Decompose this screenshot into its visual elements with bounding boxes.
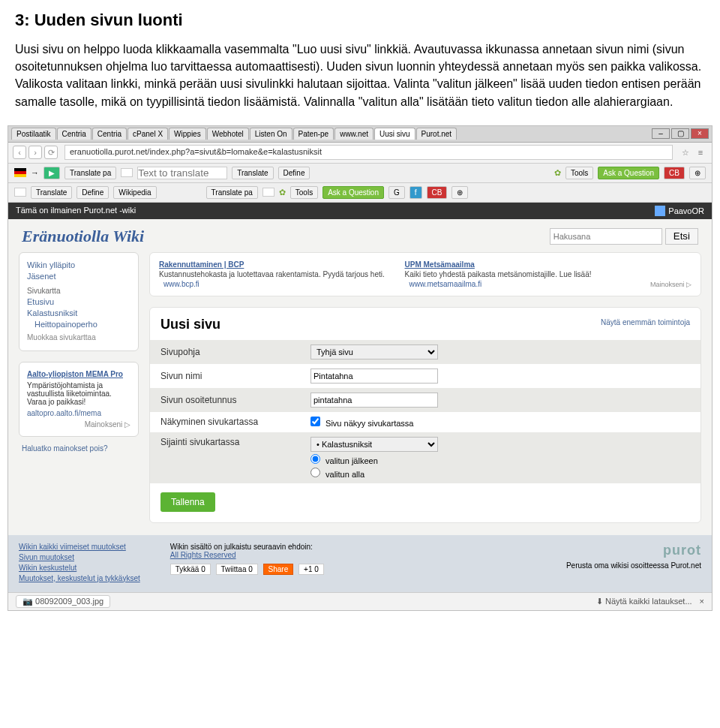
sidebar-item-kalastusniksit[interactable]: Kalastusniksit xyxy=(27,308,130,317)
tweet-button[interactable]: Twiittaa 0 xyxy=(216,564,258,575)
pagename-input[interactable] xyxy=(310,369,438,384)
tools2-button[interactable]: Tools xyxy=(290,186,318,199)
ad1-url[interactable]: www.bcp.fi xyxy=(164,280,389,288)
bookmark-icon[interactable]: ☆ xyxy=(682,148,689,158)
flag-fi2-icon[interactable] xyxy=(14,188,26,197)
search-button[interactable]: Etsi xyxy=(665,228,698,245)
sidebar-ad-text: Ympäristöjohtamista ja vastuullista liik… xyxy=(27,381,130,406)
location-select[interactable]: • Kalastusniksit xyxy=(310,437,438,452)
footer-link-2[interactable]: Sivun muutokset xyxy=(19,553,140,561)
cb-icon[interactable]: CB xyxy=(664,167,685,179)
sidebar-item-etusivu[interactable]: Etusivu xyxy=(27,297,130,306)
sidebar-item-heittopainoperho[interactable]: Heittopainoperho xyxy=(34,320,130,329)
plusone-button[interactable]: +1 0 xyxy=(298,564,324,575)
slug-input[interactable] xyxy=(310,393,438,408)
user-link[interactable]: PaavoOR xyxy=(668,206,704,215)
toolbar-row-2: Translate Define Wikipedia Translate pa … xyxy=(8,183,712,203)
fb-icon[interactable]: f xyxy=(410,186,422,199)
play-button[interactable]: ▶ xyxy=(44,167,60,179)
tab-10[interactable]: Purot.net xyxy=(416,128,458,140)
define-button[interactable]: Define xyxy=(278,167,310,179)
like-button[interactable]: Tykkää 0 xyxy=(170,564,211,575)
radio-under[interactable] xyxy=(310,468,320,477)
wikipedia-button[interactable]: Wikipedia xyxy=(113,186,156,199)
cb2-icon[interactable]: CB xyxy=(427,186,448,199)
tools-button[interactable]: Tools xyxy=(566,167,593,179)
footer-start-text[interactable]: Perusta oma wikisi osoitteessa Purot.net xyxy=(566,561,701,570)
text-to-translate-input[interactable] xyxy=(137,167,227,179)
footer-pub-link[interactable]: All Rights Reserved xyxy=(170,551,327,559)
translate2-button[interactable]: Translate xyxy=(31,186,72,199)
download-file[interactable]: 📷 08092009_003.jpg xyxy=(16,595,110,608)
browser-window: Postilaatik Centria Centria cPanel X Wip… xyxy=(8,125,712,611)
tab-3[interactable]: cPanel X xyxy=(128,128,168,140)
visibility-checkbox[interactable] xyxy=(310,417,320,426)
menu-icon[interactable]: ≡ xyxy=(694,148,707,157)
show-more-link[interactable]: Näytä enemmän toimintoja xyxy=(601,318,690,326)
url-field[interactable]: eranuotiolla.purot.net/index.php?a=sivut… xyxy=(64,145,673,160)
show-all-downloads[interactable]: ⬇ Näytä kaikki lataukset... xyxy=(596,597,692,606)
save-button[interactable]: Tallenna xyxy=(160,492,215,512)
visibility-checkbox-label: Sivu näkyy sivukartassa xyxy=(326,419,413,428)
slug-label: Sivun osoitetunnus xyxy=(160,395,310,405)
sidebar-ad-url[interactable]: aaltopro.aalto.fi/mema xyxy=(27,409,130,417)
flag-de-icon[interactable] xyxy=(14,168,26,177)
purot-logo: purot xyxy=(566,543,701,558)
ads-marker[interactable]: Mainokseni ▷ xyxy=(650,281,692,288)
reload-icon[interactable]: ⟳ xyxy=(44,146,58,159)
gear-icon[interactable]: ✿ xyxy=(554,168,561,178)
close-icon[interactable]: × xyxy=(691,128,709,139)
ask-question-button[interactable]: Ask a Question xyxy=(598,167,659,179)
footer-link-1[interactable]: Wikin kaikki viimeiset muutokset xyxy=(19,543,140,551)
gear2-icon[interactable]: ✿ xyxy=(279,188,286,197)
sidebar-edit-sitemap[interactable]: Muokkaa sivukarttaa xyxy=(27,333,130,341)
flag-fi3-icon[interactable] xyxy=(262,188,274,197)
sidebar-members-link[interactable]: Jäsenet xyxy=(27,272,130,281)
flag-fi-icon[interactable] xyxy=(121,168,133,177)
translate-to-select[interactable]: Translate pa xyxy=(206,186,258,199)
arrow-icon: → xyxy=(31,168,39,177)
tab-9[interactable]: Uusi sivu xyxy=(374,128,416,140)
wiki-title: Eränuotiolla Wiki xyxy=(22,227,144,246)
tab-2[interactable]: Centria xyxy=(92,128,127,140)
define2-button[interactable]: Define xyxy=(76,186,109,199)
footer-link-3[interactable]: Wikin keskustelut xyxy=(19,564,140,572)
pagename-label: Sivun nimi xyxy=(160,371,310,381)
share-button[interactable]: Share xyxy=(263,564,294,575)
tab-8[interactable]: www.net xyxy=(334,128,374,140)
toolbar-row-1: → ▶ Translate pa Translate Define ✿ Tool… xyxy=(8,164,712,183)
user-avatar-icon[interactable] xyxy=(655,206,665,216)
ad1-text: Kustannustehokasta ja luotettavaa rakent… xyxy=(159,270,394,278)
search-input[interactable] xyxy=(550,228,662,245)
maximize-icon[interactable]: ▢ xyxy=(671,128,689,139)
sidebar-ad-mark[interactable]: Mainokseni ▷ xyxy=(27,420,130,429)
tab-7[interactable]: Paten-pe xyxy=(293,128,334,140)
tab-6[interactable]: Listen On xyxy=(250,128,292,140)
footer-link-4[interactable]: Muutokset, keskustelut ja tykkäykset xyxy=(19,574,140,582)
sidebar-admin-link[interactable]: Wikin ylläpito xyxy=(27,260,130,269)
tab-0[interactable]: Postilaatik xyxy=(11,128,56,140)
translate-button[interactable]: Translate xyxy=(232,167,273,179)
g-icon[interactable]: G xyxy=(388,186,405,199)
template-select[interactable]: Tyhjä sivu xyxy=(310,344,438,359)
expand-icon[interactable]: ⊕ xyxy=(689,167,706,179)
remove-ads-link[interactable]: Haluatko mainokset pois? xyxy=(22,444,139,453)
ad2-title[interactable]: UPM Metsämaailma xyxy=(404,260,474,269)
tab-1[interactable]: Centria xyxy=(57,128,92,140)
ask-question2-button[interactable]: Ask a Question xyxy=(322,186,384,199)
visibility-label: Näkyminen sivukartassa xyxy=(160,417,310,427)
new-page-form: Uusi sivu Näytä enemmän toimintoja Sivup… xyxy=(149,307,701,523)
forward-icon[interactable]: › xyxy=(28,146,42,159)
close-dlbar-icon[interactable]: × xyxy=(700,597,704,606)
minimize-icon[interactable]: – xyxy=(652,128,670,139)
radio-after[interactable] xyxy=(310,454,320,464)
ad2-url[interactable]: www.metsamaailma.fi xyxy=(409,280,634,288)
back-icon[interactable]: ‹ xyxy=(13,146,26,159)
wiki-footer: Wikin kaikki viimeiset muutokset Sivun m… xyxy=(8,535,712,592)
tab-5[interactable]: Webhotel xyxy=(207,128,249,140)
translate-from-select[interactable]: Translate pa xyxy=(64,167,116,179)
sidebar-ad-title[interactable]: Aalto-yliopiston MEMA Pro xyxy=(27,370,123,378)
tab-4[interactable]: Wippies xyxy=(169,128,206,140)
ad1-title[interactable]: Rakennuttaminen | BCP xyxy=(159,260,244,269)
expand2-icon[interactable]: ⊕ xyxy=(452,186,468,199)
